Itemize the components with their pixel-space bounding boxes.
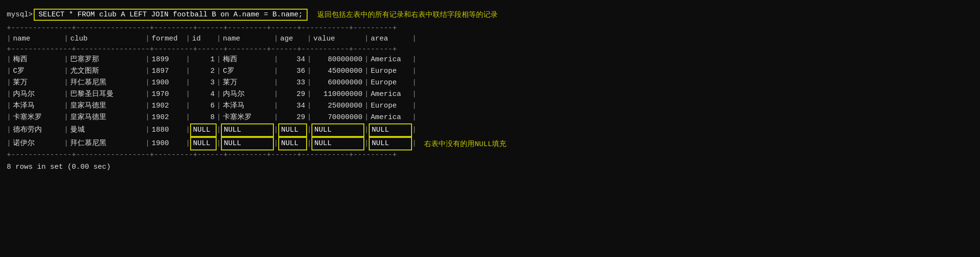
cell-id-null: NULL (190, 123, 217, 137)
data-row: | 内马尔 | 巴黎圣日耳曼 | 1970 | 4 | 内马尔 | 29 | 1… (7, 89, 416, 100)
cell-club: 皇家马德里 (68, 100, 145, 112)
cell-value-null: NULL (311, 123, 364, 137)
header-club: club (68, 33, 145, 45)
cell-club: 尤文图斯 (68, 66, 145, 77)
cell-id-null: NULL (190, 137, 217, 150)
cell-area: Europe (369, 100, 412, 112)
cell-area: America (369, 89, 412, 100)
table-row: | 本泽马 | 皇家马德里 | 1902 | 6 | 本泽马 | 34 | 25… (7, 100, 973, 112)
divider-bottom: +--------------+-----------------+------… (7, 150, 973, 160)
header-formed: formed (150, 33, 186, 45)
status-line: 8 rows in set (0.00 sec) (7, 163, 973, 171)
cell-formed: 1897 (150, 66, 186, 77)
table-row: | 卡塞米罗 | 皇家马德里 | 1902 | 8 | 卡塞米罗 | 29 | … (7, 112, 973, 123)
cell-value: 80000000 (311, 54, 364, 66)
sql-command: SELECT * FROM club A LEFT JOIN football … (34, 9, 308, 21)
cell-name2-null: NULL (221, 123, 274, 137)
table-row: | 梅西 | 巴塞罗那 | 1899 | 1 | 梅西 | 34 | 80000… (7, 54, 973, 66)
cell-id: 4 (190, 89, 217, 100)
table-row: | 内马尔 | 巴黎圣日耳曼 | 1970 | 4 | 内马尔 | 29 | 1… (7, 89, 973, 100)
header-name2: name (221, 33, 274, 45)
table-row: | 诺伊尔 | 拜仁慕尼黑 | 1900 | NULL | NULL | NUL… (7, 137, 973, 150)
cell-club: 曼城 (68, 124, 145, 136)
table-body: | 梅西 | 巴塞罗那 | 1899 | 1 | 梅西 | 34 | 80000… (7, 54, 973, 150)
header-age: age (278, 33, 307, 45)
cell-id: 6 (190, 100, 217, 112)
cell-name1: 内马尔 (11, 89, 64, 100)
cell-id: 3 (190, 77, 217, 89)
cell-formed: 1900 (150, 77, 186, 89)
data-row: | 卡塞米罗 | 皇家马德里 | 1902 | 8 | 卡塞米罗 | 29 | … (7, 112, 416, 123)
table-header: | name | club | formed | id | name | age… (7, 33, 973, 45)
cell-formed: 1880 (150, 124, 186, 136)
data-row: | 梅西 | 巴塞罗那 | 1899 | 1 | 梅西 | 34 | 80000… (7, 54, 416, 66)
cell-name2: 梅西 (221, 54, 274, 66)
cell-area-null: NULL (369, 137, 412, 150)
cell-name2: 本泽马 (221, 100, 274, 112)
cell-club: 巴黎圣日耳曼 (68, 89, 145, 100)
cell-name2: C罗 (221, 66, 274, 77)
cell-name1: C罗 (11, 66, 64, 77)
cell-name1: 本泽马 (11, 100, 64, 112)
header-value: value (311, 33, 364, 45)
cell-id: 2 (190, 66, 217, 77)
cell-name2: 莱万 (221, 77, 274, 89)
cell-area: America (369, 54, 412, 66)
cell-formed: 1899 (150, 54, 186, 66)
null-row-comment: 右表中没有的用NULL填充 (424, 139, 506, 149)
cell-age: 34 (278, 100, 307, 112)
cell-area: Europe (369, 77, 412, 89)
table-row: | C罗 | 尤文图斯 | 1897 | 2 | C罗 | 36 | 45000… (7, 66, 973, 77)
header-name1: name (11, 33, 64, 45)
cell-formed: 1900 (150, 138, 186, 149)
terminal: mysql> SELECT * FROM club A LEFT JOIN fo… (5, 5, 975, 175)
header-id: id (190, 33, 217, 45)
cell-value: 70000000 (311, 112, 364, 123)
cell-club: 巴塞罗那 (68, 54, 145, 66)
cell-age: 29 (278, 112, 307, 123)
cell-age: 34 (278, 54, 307, 66)
cell-value: 60000000 (311, 77, 364, 89)
data-row: | 本泽马 | 皇家马德里 | 1902 | 6 | 本泽马 | 34 | 25… (7, 100, 416, 112)
cell-age: 29 (278, 89, 307, 100)
cell-name2-null: NULL (221, 137, 274, 150)
cell-value: 45000000 (311, 66, 364, 77)
command-comment: 返回包括左表中的所有记录和右表中联结字段相等的记录 (317, 10, 498, 19)
cell-club: 拜仁慕尼黑 (68, 77, 145, 89)
cell-name2: 内马尔 (221, 89, 274, 100)
header-area: area (369, 33, 412, 45)
cell-area-null: NULL (369, 123, 412, 137)
null-data-row: | 德布劳内 | 曼城 | 1880 | NULL | NULL | NULL … (7, 123, 416, 137)
data-row: | C罗 | 尤文图斯 | 1897 | 2 | C罗 | 36 | 45000… (7, 66, 416, 77)
cell-value: 110000000 (311, 89, 364, 100)
cell-name1: 莱万 (11, 77, 64, 89)
cell-age-null: NULL (278, 123, 307, 137)
cell-age: 33 (278, 77, 307, 89)
cell-id: 1 (190, 54, 217, 66)
cell-formed: 1902 (150, 100, 186, 112)
cell-name2: 卡塞米罗 (221, 112, 274, 123)
cell-age-null: NULL (278, 137, 307, 150)
command-line: mysql> SELECT * FROM club A LEFT JOIN fo… (7, 9, 973, 21)
cell-age: 36 (278, 66, 307, 77)
cell-formed: 1902 (150, 112, 186, 123)
cell-area: America (369, 112, 412, 123)
cell-name1: 卡塞米罗 (11, 112, 64, 123)
cell-value-null: NULL (311, 137, 364, 150)
data-row: | 莱万 | 拜仁慕尼黑 | 1900 | 3 | 莱万 | 33 | 6000… (7, 77, 416, 89)
table-row: | 莱万 | 拜仁慕尼黑 | 1900 | 3 | 莱万 | 33 | 6000… (7, 77, 973, 89)
cell-name1: 梅西 (11, 54, 64, 66)
null-data-row: | 诺伊尔 | 拜仁慕尼黑 | 1900 | NULL | NULL | NUL… (7, 137, 416, 150)
cell-name1: 诺伊尔 (11, 138, 64, 149)
cell-formed: 1970 (150, 89, 186, 100)
divider-header: +--------------+-----------------+------… (7, 45, 973, 54)
cell-value: 25000000 (311, 100, 364, 112)
cell-name1: 德布劳内 (11, 124, 64, 136)
cell-id: 8 (190, 112, 217, 123)
divider-top: +--------------+-----------------+------… (7, 24, 973, 33)
cell-club: 皇家马德里 (68, 112, 145, 123)
table-row: | 德布劳内 | 曼城 | 1880 | NULL | NULL | NULL … (7, 123, 973, 137)
prompt: mysql> (7, 11, 33, 19)
cell-area: Europe (369, 66, 412, 77)
cell-club: 拜仁慕尼黑 (68, 138, 145, 149)
